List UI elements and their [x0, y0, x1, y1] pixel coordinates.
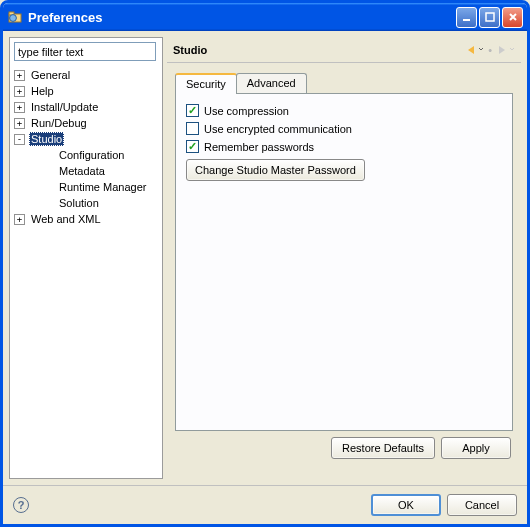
collapse-icon[interactable]: -	[14, 134, 25, 145]
preference-tree: + General + Help + Install/Update + Run/…	[10, 65, 162, 478]
checkbox-remember-label: Remember passwords	[204, 141, 314, 153]
tree-item-solution[interactable]: Solution	[10, 195, 162, 211]
ok-button[interactable]: OK	[371, 494, 441, 516]
minimize-button[interactable]	[456, 7, 477, 28]
titlebar[interactable]: Preferences	[3, 3, 527, 31]
page-title: Studio	[173, 44, 465, 56]
checkbox-encrypted[interactable]	[186, 122, 199, 135]
tree-item-runtime-manager[interactable]: Runtime Manager	[10, 179, 162, 195]
tab-advanced[interactable]: Advanced	[236, 73, 307, 93]
tree-item-general[interactable]: + General	[10, 67, 162, 83]
checkbox-encrypted-label: Use encrypted communication	[204, 123, 352, 135]
window-title: Preferences	[28, 10, 456, 25]
maximize-button[interactable]	[479, 7, 500, 28]
tree-item-configuration[interactable]: Configuration	[10, 147, 162, 163]
checkbox-compression[interactable]: ✓	[186, 104, 199, 117]
checkbox-remember[interactable]: ✓	[186, 140, 199, 153]
restore-defaults-button[interactable]: Restore Defaults	[331, 437, 435, 459]
close-button[interactable]	[502, 7, 523, 28]
back-button[interactable]	[465, 44, 484, 56]
cancel-button[interactable]: Cancel	[447, 494, 517, 516]
tab-bar: Security Advanced	[175, 73, 513, 93]
expand-icon[interactable]: +	[14, 70, 25, 81]
expand-icon[interactable]: +	[14, 86, 25, 97]
help-icon[interactable]: ?	[13, 497, 29, 513]
apply-button[interactable]: Apply	[441, 437, 511, 459]
forward-button[interactable]	[496, 44, 515, 56]
expand-icon[interactable]: +	[14, 118, 25, 129]
tree-item-help[interactable]: + Help	[10, 83, 162, 99]
tab-security[interactable]: Security	[175, 73, 237, 94]
sidebar: + General + Help + Install/Update + Run/…	[9, 37, 163, 479]
tree-item-install-update[interactable]: + Install/Update	[10, 99, 162, 115]
tree-item-metadata[interactable]: Metadata	[10, 163, 162, 179]
expand-icon[interactable]: +	[14, 214, 25, 225]
tree-item-run-debug[interactable]: + Run/Debug	[10, 115, 162, 131]
change-password-button[interactable]: Change Studio Master Password	[186, 159, 365, 181]
expand-icon[interactable]: +	[14, 102, 25, 113]
nav-arrows: •	[465, 44, 515, 56]
checkbox-compression-label: Use compression	[204, 105, 289, 117]
svg-rect-3	[463, 19, 470, 21]
tree-item-studio[interactable]: - Studio	[10, 131, 162, 147]
svg-rect-4	[486, 13, 494, 21]
svg-point-2	[10, 15, 17, 22]
tree-item-web-xml[interactable]: + Web and XML	[10, 211, 162, 227]
tab-panel-security: ✓ Use compression Use encrypted communic…	[175, 93, 513, 431]
preferences-window: Preferences + General + Help	[0, 0, 530, 527]
app-icon	[7, 9, 23, 25]
main-panel: Studio • Security Advanced	[167, 37, 521, 479]
filter-input[interactable]	[14, 42, 156, 61]
